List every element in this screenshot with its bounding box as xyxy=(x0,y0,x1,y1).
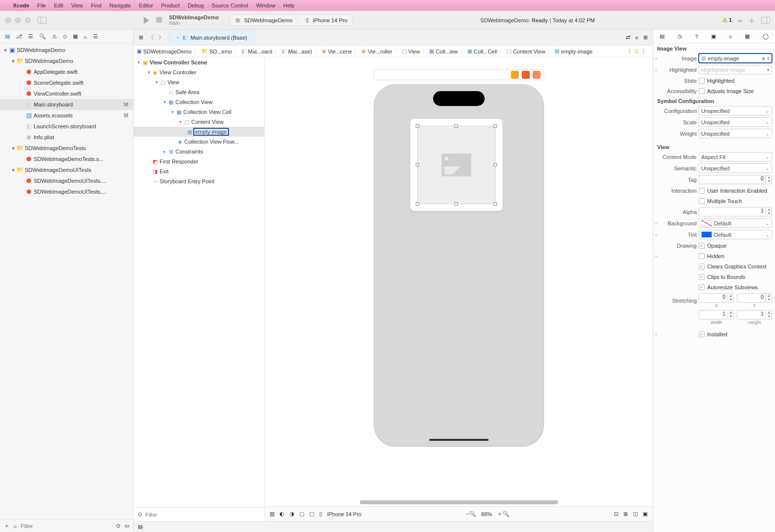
stop-button[interactable] xyxy=(156,17,162,23)
debug-bar[interactable]: ▤ xyxy=(134,521,653,532)
orientation-icon[interactable]: ◑ xyxy=(289,511,294,517)
layout-icon[interactable]: ▢ xyxy=(299,511,304,517)
nav-group-uitests[interactable]: ▾📁SDWebImageDemoUITests xyxy=(0,164,133,175)
alpha-stepper[interactable]: 1▴▾ xyxy=(699,207,772,216)
tint-dropdown[interactable]: Default⌄ xyxy=(699,230,772,239)
resize-handle[interactable] xyxy=(416,163,419,166)
device-select-icon[interactable]: ▢ xyxy=(309,511,314,517)
resize-handle[interactable] xyxy=(454,124,458,128)
scene-dock[interactable] xyxy=(374,69,544,80)
add-icon[interactable]: + xyxy=(653,253,659,259)
add-file-icon[interactable]: ＋ xyxy=(4,522,9,530)
clips-bounds-checkbox[interactable]: ✓Clips to Bounds xyxy=(699,274,772,280)
test-navigator-icon[interactable]: ◇ xyxy=(63,33,67,40)
connections-inspector-icon[interactable]: ◯ xyxy=(763,33,769,40)
breakpoint-navigator-icon[interactable]: ⏢ xyxy=(84,34,87,40)
nav-file[interactable]: ⬢SDWebImageDemoTests.s... xyxy=(0,154,133,164)
resize-handle[interactable] xyxy=(416,202,419,206)
clears-graphics-checkbox[interactable]: ✓Clears Graphics Context xyxy=(699,264,772,269)
chevron-right-icon[interactable]: 〉 xyxy=(642,48,648,55)
scale-dropdown[interactable]: Unspecified⌄ xyxy=(699,117,772,127)
bookmarks-navigator-icon[interactable]: ☰ xyxy=(28,33,33,40)
add-icon[interactable]: + xyxy=(653,232,659,238)
scheme-selector[interactable]: ◎ SDWebImageDemo 〉 ▯ iPhone 14 Pro xyxy=(230,14,353,26)
adjusts-image-size-checkbox[interactable]: Adjusts Image Size xyxy=(699,88,772,94)
outline-scene-header[interactable]: ▾▣View Controller Scene xyxy=(134,57,264,67)
embed-tool-icon[interactable]: ▣ xyxy=(643,511,648,517)
adjust-editor-icon[interactable]: ⇄ xyxy=(626,34,630,41)
scm-filter-icon[interactable]: ▭ xyxy=(124,523,129,529)
chevron-left-icon[interactable]: 〈 xyxy=(626,48,631,55)
installed-checkbox[interactable]: ✓Installed xyxy=(699,331,772,337)
semantic-dropdown[interactable]: Unspecified⌄ xyxy=(699,163,772,173)
highlighted-checkbox[interactable]: Highlighted xyxy=(699,78,772,84)
outline-row[interactable]: ◨Exit xyxy=(134,166,264,176)
run-button[interactable] xyxy=(144,17,149,24)
stretch-y-stepper[interactable]: 0▴▾ xyxy=(737,293,772,303)
menu-product[interactable]: Product xyxy=(161,2,180,8)
outline-filter-input[interactable] xyxy=(145,512,260,518)
add-editor-icon[interactable]: ⊞ xyxy=(643,34,648,41)
toolbar-branch[interactable]: main xyxy=(169,20,219,26)
find-navigator-icon[interactable]: 🔍 xyxy=(39,33,46,40)
attributes-inspector-icon[interactable]: ≡ xyxy=(729,34,732,40)
zoom-in-icon[interactable]: ＋🔍 xyxy=(497,510,509,518)
outline-row[interactable]: ▾▦Collection View Cell xyxy=(134,107,264,117)
menu-source-control[interactable]: Source Control xyxy=(212,2,248,8)
nav-file[interactable]: ◧LaunchScreen.storyboard xyxy=(0,121,133,132)
add-icon[interactable]: + xyxy=(653,67,659,73)
multiple-touch-checkbox[interactable]: Multiple Touch xyxy=(699,198,772,204)
nav-file[interactable]: ≣Info.plist xyxy=(0,132,133,143)
app-menu[interactable]: Xcode xyxy=(13,2,29,8)
toolbar-project-title[interactable]: SDWebImageDemo xyxy=(169,14,219,20)
user-interaction-checkbox[interactable]: User Interaction Enabled xyxy=(699,188,772,194)
history-inspector-icon[interactable]: ◷ xyxy=(677,33,682,40)
ib-canvas[interactable]: → xyxy=(265,57,653,521)
resize-handle[interactable] xyxy=(454,202,458,206)
outline-row[interactable]: ▾▦Collection View xyxy=(134,97,264,107)
outline-row[interactable]: ▾▢View xyxy=(134,77,264,87)
weight-dropdown[interactable]: Unspecified⌄ xyxy=(699,129,772,138)
image-view-selected[interactable] xyxy=(417,126,496,204)
collection-view-cell[interactable] xyxy=(410,119,502,211)
nav-file[interactable]: ⬢ViewController.swift xyxy=(0,88,133,99)
editor-layout-icon[interactable]: ≡ xyxy=(635,35,638,41)
add-icon[interactable]: + xyxy=(653,220,659,226)
add-icon[interactable]: + xyxy=(653,331,659,337)
outline-row[interactable]: ◩First Responder xyxy=(134,157,264,166)
nav-file[interactable]: ⬢SDWebImageDemoUITests.... xyxy=(0,186,133,197)
stretch-h-stepper[interactable]: 1▴▾ xyxy=(737,310,772,319)
outline-row[interactable]: →Storyboard Entry Point xyxy=(134,176,264,186)
menu-find[interactable]: Find xyxy=(91,2,101,8)
menu-debug[interactable]: Debug xyxy=(188,2,204,8)
nav-file[interactable]: ⬢SceneDelegate.swift xyxy=(0,77,133,88)
hidden-checkbox[interactable]: Hidden xyxy=(699,253,772,259)
outline-row[interactable]: ▭Safe Area xyxy=(134,87,264,97)
nav-group-tests[interactable]: ▾📁SDWebImageDemoTests xyxy=(0,143,133,154)
nav-file-selected[interactable]: ◧Main.storyboardM xyxy=(0,99,133,110)
highlighted-image-combobox[interactable]: Highlighted Image▾ xyxy=(699,65,772,74)
stretch-x-stepper[interactable]: 0▴▾ xyxy=(699,293,734,303)
stretch-w-stepper[interactable]: 1▴▾ xyxy=(699,310,734,319)
menu-help[interactable]: Help xyxy=(283,2,295,8)
menu-window[interactable]: Window xyxy=(256,2,276,8)
nav-file[interactable]: ⬢SDWebImageDemoUITests.... xyxy=(0,175,133,186)
warning-indicator[interactable]: ⚠ 1 xyxy=(722,17,732,23)
size-inspector-icon[interactable]: ▦ xyxy=(745,33,750,40)
library-button[interactable]: ＋ xyxy=(747,14,756,26)
image-combobox[interactable]: ▩ empty-image⊕ ▾ xyxy=(699,53,772,63)
issue-navigator-icon[interactable]: ⚠ xyxy=(52,33,57,40)
menu-navigate[interactable]: Navigate xyxy=(110,2,131,8)
resize-handle[interactable] xyxy=(494,163,497,166)
outline-row[interactable]: ▸⊞Constraints xyxy=(134,147,264,157)
resize-handle[interactable] xyxy=(416,124,419,128)
resize-handle[interactable] xyxy=(494,124,497,128)
project-navigator-icon[interactable]: ▤ xyxy=(5,33,10,40)
canvas-horizontal-scrollbar[interactable] xyxy=(360,500,558,504)
outline-row[interactable]: ▾▢Content View xyxy=(134,117,264,127)
tag-stepper[interactable]: 0▴▾ xyxy=(699,175,772,184)
pin-tool-icon[interactable]: ⊞ xyxy=(623,511,628,517)
zoom-out-icon[interactable]: −🔍 xyxy=(466,511,476,517)
navigator-filter-input[interactable] xyxy=(21,523,112,529)
background-dropdown[interactable]: Default⌄ xyxy=(699,218,772,228)
